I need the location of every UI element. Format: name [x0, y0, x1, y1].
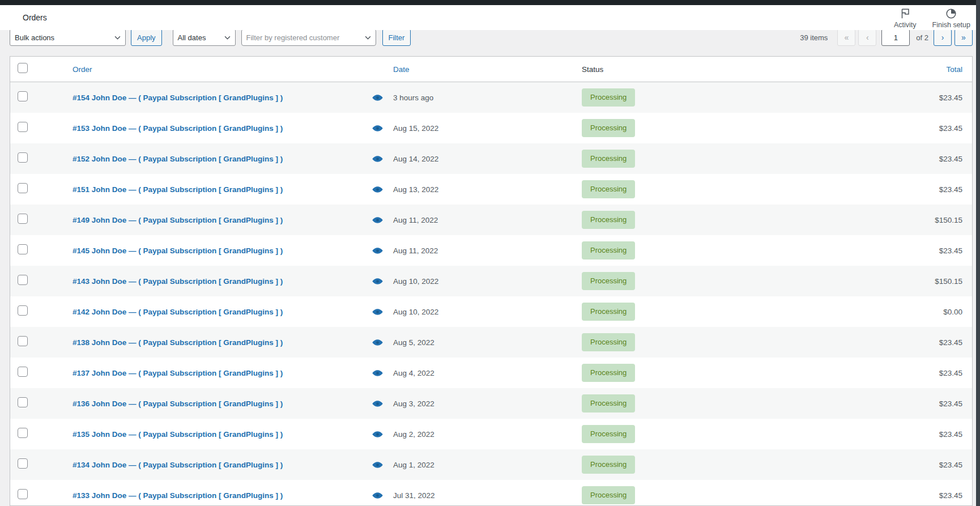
chevron-down-icon [365, 36, 371, 40]
preview-eye-icon[interactable] [372, 400, 383, 407]
status-badge: Processing [582, 425, 635, 443]
current-page-input[interactable] [881, 29, 910, 46]
total-sort-link[interactable]: Total [946, 65, 962, 74]
order-link[interactable]: #135 John Doe — ( Paypal Subscription [ … [73, 430, 283, 439]
last-page-button[interactable]: » [955, 29, 973, 46]
preview-eye-icon[interactable] [372, 186, 383, 193]
date-column-header: Date [393, 65, 582, 74]
order-link[interactable]: #143 John Doe — ( Paypal Subscription [ … [73, 277, 283, 286]
scrollbar[interactable] [976, 0, 980, 506]
order-total: $150.15 [860, 216, 972, 224]
status-cell: Processing [582, 211, 860, 229]
order-link[interactable]: #153 John Doe — ( Paypal Subscription [ … [73, 124, 283, 133]
status-cell: Processing [582, 333, 860, 351]
table-row: #154 John Doe — ( Paypal Subscription [ … [10, 82, 972, 113]
bulk-actions-select[interactable]: Bulk actions [10, 29, 126, 46]
preview-eye-icon[interactable] [372, 308, 383, 316]
select-all-checkbox[interactable] [18, 63, 28, 73]
row-checkbox[interactable] [18, 305, 28, 316]
customer-filter-select[interactable]: Filter by registered customer [241, 29, 376, 46]
preview-eye-icon[interactable] [372, 125, 383, 132]
preview-cell [361, 400, 393, 407]
finish-setup-button[interactable]: Finish setup [932, 7, 970, 29]
order-cell: #142 John Doe — ( Paypal Subscription [ … [63, 308, 361, 316]
order-total: $23.45 [860, 491, 972, 500]
order-link[interactable]: #154 John Doe — ( Paypal Subscription [ … [73, 93, 283, 102]
preview-eye-icon[interactable] [372, 431, 383, 438]
items-count: 39 items [800, 33, 828, 42]
preview-eye-icon[interactable] [372, 492, 383, 499]
order-link[interactable]: #133 John Doe — ( Paypal Subscription [ … [73, 491, 283, 500]
order-link[interactable]: #137 John Doe — ( Paypal Subscription [ … [73, 369, 283, 377]
preview-eye-icon[interactable] [372, 461, 383, 469]
row-checkbox[interactable] [18, 489, 28, 499]
order-link[interactable]: #152 John Doe — ( Paypal Subscription [ … [73, 155, 283, 163]
order-cell: #153 John Doe — ( Paypal Subscription [ … [63, 124, 361, 133]
tablenav-pagination: 39 items « ‹ of 2 › » [800, 29, 973, 46]
order-date: Aug 14, 2022 [393, 155, 582, 163]
order-date: Aug 11, 2022 [393, 246, 582, 255]
preview-eye-icon[interactable] [372, 155, 383, 163]
status-cell: Processing [582, 119, 860, 137]
preview-eye-icon[interactable] [372, 247, 383, 254]
order-date: Aug 3, 2022 [393, 399, 582, 408]
apply-button[interactable]: Apply [131, 29, 162, 46]
setup-progress-icon [945, 7, 957, 20]
preview-eye-icon[interactable] [372, 369, 383, 377]
preview-eye-icon[interactable] [372, 216, 383, 224]
status-badge: Processing [582, 456, 635, 474]
row-checkbox-cell [10, 244, 63, 257]
order-link[interactable]: #138 John Doe — ( Paypal Subscription [ … [73, 338, 283, 347]
preview-eye-icon[interactable] [372, 278, 383, 285]
status-badge: Processing [582, 272, 635, 290]
order-total: $23.45 [860, 338, 972, 347]
order-link[interactable]: #134 John Doe — ( Paypal Subscription [ … [73, 461, 283, 469]
row-checkbox[interactable] [18, 336, 28, 346]
preview-cell [361, 278, 393, 285]
order-link[interactable]: #145 John Doe — ( Paypal Subscription [ … [73, 246, 283, 255]
status-cell: Processing [582, 425, 860, 443]
preview-eye-icon[interactable] [372, 339, 383, 346]
status-badge: Processing [582, 180, 635, 198]
order-column-header: Order [63, 65, 361, 74]
table-row: #143 John Doe — ( Paypal Subscription [ … [10, 266, 972, 296]
orders-table: Order Date Status Total #154 John Doe — … [10, 56, 973, 506]
order-link[interactable]: #149 John Doe — ( Paypal Subscription [ … [73, 216, 283, 224]
row-checkbox[interactable] [18, 122, 28, 132]
row-checkbox[interactable] [18, 458, 28, 469]
row-checkbox[interactable] [18, 428, 28, 438]
order-link[interactable]: #151 John Doe — ( Paypal Subscription [ … [73, 185, 283, 194]
total-pages-label: of 2 [916, 33, 928, 42]
row-checkbox[interactable] [18, 397, 28, 407]
order-total: $23.45 [860, 124, 972, 133]
row-checkbox[interactable] [18, 214, 28, 224]
row-checkbox[interactable] [18, 275, 28, 285]
filter-button[interactable]: Filter [382, 29, 411, 46]
preview-eye-icon[interactable] [372, 94, 383, 101]
order-link[interactable]: #142 John Doe — ( Paypal Subscription [ … [73, 308, 283, 316]
preview-cell [361, 369, 393, 377]
order-date: Aug 1, 2022 [393, 461, 582, 469]
order-link[interactable]: #136 John Doe — ( Paypal Subscription [ … [73, 399, 283, 408]
customer-filter-placeholder: Filter by registered customer [246, 33, 340, 42]
status-badge: Processing [582, 150, 635, 168]
preview-cell [361, 431, 393, 438]
date-sort-link[interactable]: Date [393, 65, 410, 74]
order-cell: #137 John Doe — ( Paypal Subscription [ … [63, 369, 361, 377]
next-page-button[interactable]: › [934, 29, 952, 46]
row-checkbox[interactable] [18, 183, 28, 193]
row-checkbox-cell [10, 336, 63, 348]
row-checkbox-cell [10, 122, 63, 134]
row-checkbox[interactable] [18, 91, 28, 101]
row-checkbox-cell [10, 152, 63, 165]
dates-filter-select[interactable]: All dates [173, 29, 236, 46]
row-checkbox[interactable] [18, 244, 28, 254]
row-checkbox[interactable] [18, 367, 28, 377]
row-checkbox-cell [10, 367, 63, 379]
table-row: #153 John Doe — ( Paypal Subscription [ … [10, 113, 972, 143]
activity-button[interactable]: Activity [894, 7, 917, 29]
order-date: Aug 13, 2022 [393, 185, 582, 194]
order-sort-link[interactable]: Order [73, 65, 92, 74]
order-cell: #154 John Doe — ( Paypal Subscription [ … [63, 93, 361, 102]
row-checkbox[interactable] [18, 152, 28, 163]
